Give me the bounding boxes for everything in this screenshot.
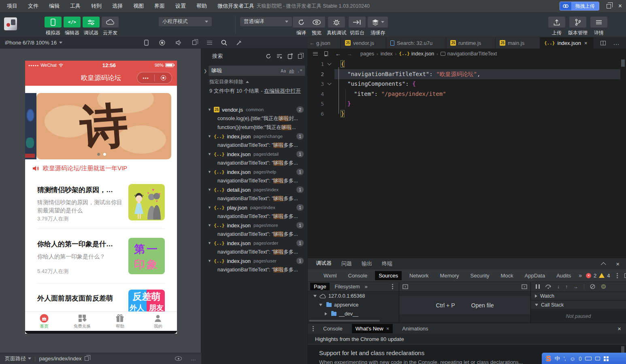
call-stack-section[interactable]: Call Stack (531, 301, 626, 309)
tab-security[interactable]: Security (467, 271, 493, 280)
split-editor-icon[interactable] (600, 41, 606, 45)
phone-mode-icon[interactable] (144, 40, 149, 46)
cloud-dev-button[interactable]: 云开发 (98, 17, 122, 36)
collapse-all-icon[interactable] (298, 54, 302, 59)
file-list-icon[interactable] (207, 41, 212, 44)
step-out-icon[interactable]: ↑ (565, 284, 568, 290)
sound-icon[interactable] (176, 40, 182, 45)
tab-exchange[interactable]: 免费兑换 (63, 312, 101, 331)
result-match-row[interactable]: navigationBarTitleText": "哆啦多多... (201, 176, 308, 185)
quiz-list-item[interactable]: 你给人的第一印象是什… 你给人的第一印象是什么？ 5.42万人在测 第一 印象 (25, 235, 177, 277)
scrollbar-thumb[interactable] (621, 59, 625, 67)
tab-problems[interactable]: 问题 (341, 260, 352, 270)
tab-console[interactable]: Console (345, 271, 371, 280)
tab-main-js[interactable]: JSmain.js (496, 37, 540, 49)
tab-index-json[interactable]: {..}index.json× (540, 37, 594, 49)
ime-mic-icon[interactable] (579, 357, 581, 361)
step-into-icon[interactable]: ↓ (557, 284, 560, 290)
carousel-prev-slide[interactable] (25, 93, 36, 159)
record-icon[interactable] (159, 40, 165, 46)
undock-icon[interactable] (624, 273, 626, 278)
tab-wxml[interactable]: Wxml (320, 271, 341, 280)
tab-debugger[interactable]: 调试器 (316, 260, 332, 270)
search-icon[interactable] (221, 40, 227, 46)
nav-forward-icon[interactable]: → (347, 51, 352, 57)
tab-whats-new[interactable]: What's New× (352, 324, 393, 333)
result-file-row[interactable]: ▼{..} index.jsonpages\change 1 (201, 132, 308, 141)
menu-view[interactable]: 视图 (128, 2, 149, 10)
close-drawer-icon[interactable]: × (617, 325, 621, 332)
copy-icon[interactable] (85, 356, 89, 361)
result-file-row[interactable]: ▼{..} index.jsonpages\detail 1 (201, 150, 308, 159)
tab-home[interactable]: 首页 (25, 312, 63, 331)
watch-section[interactable]: Watch (531, 292, 626, 301)
menu-devtools[interactable]: 微信开发者工具 (212, 2, 260, 10)
capsule-menu[interactable]: ●●● (137, 72, 172, 84)
close-icon[interactable]: × (616, 260, 620, 267)
pause-on-exceptions-icon[interactable] (601, 284, 606, 289)
search-input[interactable]: 哆啦 Aa ab .* (209, 66, 305, 76)
result-file-row[interactable]: ▼{..} index.jsonpages\help 1 (201, 167, 308, 176)
ime-language[interactable]: 中 (555, 355, 560, 362)
menu-help[interactable]: 帮助 (191, 2, 212, 10)
menu-select[interactable]: 选择 (107, 2, 128, 10)
result-file-row[interactable]: ▼{..} index.jsonpages\user 1 (201, 256, 308, 265)
menu-file[interactable]: 文件 (23, 2, 44, 10)
sogou-logo[interactable]: S (546, 354, 551, 363)
match-case-icon[interactable]: Aa (281, 68, 286, 74)
result-match-row[interactable]: navigationBarTitleText": "哆啦多多... (201, 212, 308, 221)
windows-icon[interactable] (192, 40, 196, 45)
ime-toolbar[interactable]: S 中 ’, ☺ (542, 353, 626, 364)
breadcrumb-file[interactable]: index.json (411, 51, 434, 57)
notice-bar[interactable]: 欧皇源码论坛/注册就送一年VIP (32, 163, 170, 174)
step-over-icon[interactable] (545, 284, 551, 289)
drag-upload-button[interactable]: 拖拽上传 (560, 2, 599, 11)
regex-icon[interactable]: .* (297, 68, 302, 74)
clear-cache-button[interactable]: 清缓存 (364, 17, 392, 36)
drawer-menu-icon[interactable] (313, 328, 314, 329)
more-tabs-icon[interactable]: » (365, 284, 368, 290)
version-control-button[interactable]: 版本管理 (566, 17, 590, 36)
tree-item-appservice[interactable]: appservice (308, 301, 399, 309)
tab-help[interactable]: 帮助 (101, 312, 139, 331)
tab-search-results[interactable]: Search: 32.u7u (386, 37, 446, 49)
result-file-row[interactable]: ▼{..} detail.jsonpages\index 1 (201, 185, 308, 194)
more-dots-icon[interactable]: ●●● (137, 76, 154, 79)
result-match-row[interactable]: navigationBarTitleText": "哆啦多多... (201, 248, 308, 256)
menu-settings[interactable]: 设置 (170, 2, 191, 10)
tab-page[interactable]: Page (310, 283, 330, 290)
close-icon[interactable]: × (584, 40, 588, 46)
device-select[interactable]: iPhone 6/7/8 100% 16 (5, 40, 62, 46)
tools-icon[interactable] (236, 40, 242, 46)
details-button[interactable]: 详情 (587, 17, 611, 36)
page-path-select[interactable]: 页面路径 (5, 355, 31, 362)
open-in-editor-link[interactable]: 在编辑器中打开 (264, 88, 301, 94)
result-match-row[interactable]: console.log(e),{title:"我正在哆啦封... (201, 114, 308, 123)
result-file-row[interactable]: ▼JS vendor.jscommon 2 (201, 105, 308, 114)
fold-icon[interactable] (328, 61, 332, 66)
tab-runtime-js[interactable]: JSruntime.js (446, 37, 496, 49)
outline-icon[interactable] (313, 52, 318, 55)
code-editor[interactable]: 1 2 3 4 5 6 { "navigationBarTitleText": … (308, 59, 626, 258)
refresh-icon[interactable] (266, 53, 271, 59)
tree-item-dev[interactable]: __dev__ (308, 309, 399, 318)
clear-results-icon[interactable] (277, 53, 282, 59)
window-restore-button[interactable] (607, 4, 611, 8)
menu-interface[interactable]: 界面 (149, 2, 170, 10)
more-actions-icon[interactable]: … (613, 39, 620, 47)
tab-output[interactable]: 输出 (362, 260, 372, 270)
pause-icon[interactable] (536, 284, 540, 289)
expand-all-icon[interactable] (287, 53, 293, 59)
window-close-button[interactable]: × (618, 3, 622, 9)
open-file-label[interactable]: Open file (471, 302, 494, 309)
tab-g-json[interactable]: ←g.json (308, 37, 341, 49)
result-match-row[interactable]: function(){return{title:"我正在哆啦... (201, 123, 308, 132)
compile-mode-select[interactable]: 普通编译 (240, 17, 292, 26)
result-match-row[interactable]: navigationBarTitleText": "哆啦多多... (201, 141, 308, 150)
tab-memory[interactable]: Memory (436, 271, 463, 280)
quiz-list-item[interactable]: 外人面前朋友面前反差萌 反差萌 外人 朋友 (25, 288, 177, 311)
menu-edit[interactable]: 编辑 (44, 2, 65, 10)
collapse-icon[interactable] (601, 262, 606, 267)
menu-tools[interactable]: 工具 (65, 2, 86, 10)
tab-sources[interactable]: Sources (375, 271, 402, 280)
